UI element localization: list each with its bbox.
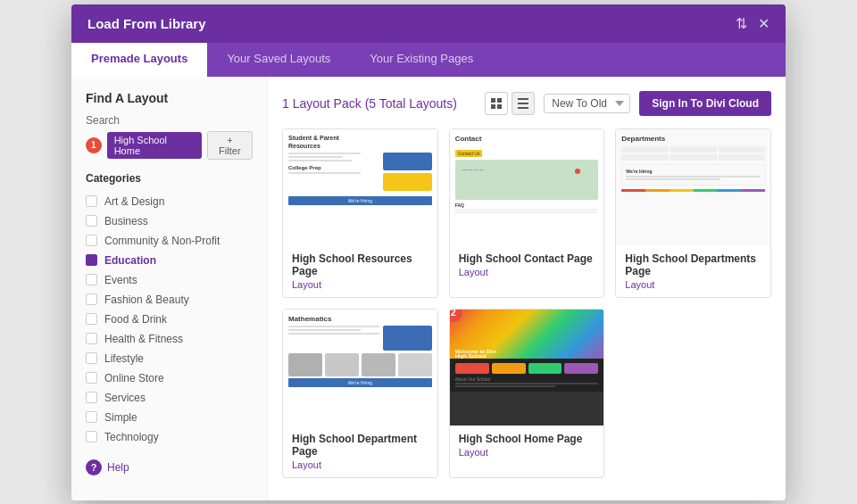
layout-card-info-3: High School Departments Page Layout xyxy=(616,245,770,297)
modal-overlay: Load From Library ⇅ ✕ Premade Layouts Yo… xyxy=(0,0,857,504)
sort-icon[interactable]: ⇅ xyxy=(736,15,747,32)
svg-rect-1 xyxy=(497,98,502,103)
category-item-services[interactable]: Services xyxy=(86,388,253,408)
category-item-simple[interactable]: Simple xyxy=(86,408,253,427)
tab-existing[interactable]: Your Existing Pages xyxy=(350,43,493,77)
layout-card-4[interactable]: Mathematics xyxy=(282,309,438,478)
category-item-health[interactable]: Health & Fitness xyxy=(86,329,253,349)
header-controls: New To Old Old To New A to Z Z to A Sign… xyxy=(485,91,771,116)
sign-in-button[interactable]: Sign In To Divi Cloud xyxy=(639,91,771,116)
sidebar-title: Find A Layout xyxy=(86,91,253,105)
search-label: Search xyxy=(86,114,253,127)
category-label-online-store: Online Store xyxy=(104,372,164,384)
view-icons xyxy=(485,92,535,115)
layout-card-name-2: High School Contact Page xyxy=(459,252,595,265)
category-checkbox-online-store xyxy=(86,372,97,384)
layout-card-info-5: High School Home Page Layout xyxy=(450,426,604,465)
layout-card-5[interactable]: 2 Welcome to Divi High School xyxy=(449,309,605,478)
svg-rect-5 xyxy=(518,103,528,104)
layout-card-name-3: High School Departments Page xyxy=(625,252,761,277)
layout-card-thumb-1: Student & Parent Resources College xyxy=(283,129,437,245)
layout-card-name-1: High School Resources Page xyxy=(292,252,428,277)
layout-card-type-3: Layout xyxy=(625,279,761,290)
category-item-events[interactable]: Events xyxy=(86,270,253,290)
search-row: 1 High School Home + Filter xyxy=(86,131,253,160)
search-badge: 1 xyxy=(86,137,102,153)
layout-pack-count: 1 Layout Pack xyxy=(282,96,362,111)
category-label-health: Health & Fitness xyxy=(104,333,183,345)
category-checkbox-art xyxy=(86,195,97,207)
category-label-education: Education xyxy=(104,254,156,267)
categories-list: Art & Design Business Community & Non-Pr… xyxy=(86,192,253,447)
category-label-community: Community & Non-Profit xyxy=(104,235,220,247)
modal-header-icons: ⇅ ✕ xyxy=(736,15,770,32)
modal: Load From Library ⇅ ✕ Premade Layouts Yo… xyxy=(71,4,786,500)
modal-tabs: Premade Layouts Your Saved Layouts Your … xyxy=(71,43,786,77)
category-checkbox-fashion xyxy=(86,293,97,305)
svg-rect-6 xyxy=(518,107,528,109)
grid-view-icon[interactable] xyxy=(485,92,508,115)
layout-card-thumb-5: Welcome to Divi High School xyxy=(450,310,604,426)
category-item-online-store[interactable]: Online Store xyxy=(86,368,253,388)
layout-card-thumb-2: Contact Contact Us — — — — FAQ xyxy=(450,129,604,245)
layout-count: 1 Layout Pack (5 Total Layouts) xyxy=(282,96,457,111)
layout-card-thumb-3: Departments We're Hiring xyxy=(616,129,770,245)
category-label-events: Events xyxy=(104,274,137,286)
category-item-food[interactable]: Food & Drink xyxy=(86,310,253,329)
sidebar: Find A Layout Search 1 High School Home … xyxy=(71,77,268,500)
category-item-art[interactable]: Art & Design xyxy=(86,192,253,211)
layout-card-thumb-4: Mathematics xyxy=(283,310,437,426)
total-layouts: (5 Total Layouts) xyxy=(365,96,457,111)
close-icon[interactable]: ✕ xyxy=(758,15,770,32)
content-header: 1 Layout Pack (5 Total Layouts) xyxy=(282,91,771,116)
svg-rect-4 xyxy=(518,98,528,100)
list-view-icon[interactable] xyxy=(512,92,535,115)
category-label-technology: Technology xyxy=(104,431,159,443)
category-checkbox-education xyxy=(86,254,97,266)
modal-title: Load From Library xyxy=(87,16,206,31)
category-item-technology[interactable]: Technology xyxy=(86,427,253,447)
category-checkbox-services xyxy=(86,392,97,403)
category-checkbox-lifestyle xyxy=(86,352,97,364)
layout-card-name-5: High School Home Page xyxy=(459,433,595,445)
modal-header: Load From Library ⇅ ✕ xyxy=(71,4,786,43)
layout-card-name-4: High School Department Page xyxy=(292,433,428,458)
svg-rect-3 xyxy=(497,104,502,109)
modal-body: Find A Layout Search 1 High School Home … xyxy=(71,77,786,500)
layout-card-type-1: Layout xyxy=(292,279,428,290)
layout-card-3[interactable]: Departments We're Hiring xyxy=(615,128,771,298)
category-checkbox-business xyxy=(86,215,97,227)
category-label-business: Business xyxy=(104,215,148,227)
layouts-grid: Student & Parent Resources College xyxy=(282,128,771,478)
category-label-lifestyle: Lifestyle xyxy=(104,352,144,365)
category-checkbox-food xyxy=(86,313,97,325)
category-item-lifestyle[interactable]: Lifestyle xyxy=(86,349,253,368)
sort-select[interactable]: New To Old Old To New A to Z Z to A xyxy=(544,94,630,113)
search-chip[interactable]: High School Home xyxy=(107,132,202,159)
tab-premade[interactable]: Premade Layouts xyxy=(71,43,207,77)
help-row[interactable]: ? Help xyxy=(86,459,253,475)
layout-card-info-1: High School Resources Page Layout xyxy=(283,245,437,297)
category-item-fashion[interactable]: Fashion & Beauty xyxy=(86,290,253,310)
main-content: 1 Layout Pack (5 Total Layouts) xyxy=(268,77,786,500)
category-checkbox-technology xyxy=(86,431,97,442)
category-label-fashion: Fashion & Beauty xyxy=(104,293,189,306)
help-label: Help xyxy=(107,461,129,474)
layout-card-1[interactable]: Student & Parent Resources College xyxy=(282,128,438,298)
category-item-education[interactable]: Education xyxy=(86,251,253,270)
tab-saved[interactable]: Your Saved Layouts xyxy=(207,43,350,77)
layout-card-info-2: High School Contact Page Layout xyxy=(450,245,604,285)
category-label-food: Food & Drink xyxy=(104,313,167,326)
category-label-art: Art & Design xyxy=(104,195,164,208)
filter-button[interactable]: + Filter xyxy=(207,131,253,160)
category-item-business[interactable]: Business xyxy=(86,211,253,231)
category-label-simple: Simple xyxy=(104,411,137,424)
category-item-community[interactable]: Community & Non-Profit xyxy=(86,231,253,251)
layout-card-type-5: Layout xyxy=(459,447,595,458)
category-checkbox-events xyxy=(86,274,97,285)
layout-card-info-4: High School Department Page Layout xyxy=(283,426,437,477)
svg-rect-0 xyxy=(491,98,495,103)
help-icon: ? xyxy=(86,459,102,475)
layout-card-type-2: Layout xyxy=(459,267,595,277)
layout-card-2[interactable]: Contact Contact Us — — — — FAQ High Sch xyxy=(449,128,605,298)
